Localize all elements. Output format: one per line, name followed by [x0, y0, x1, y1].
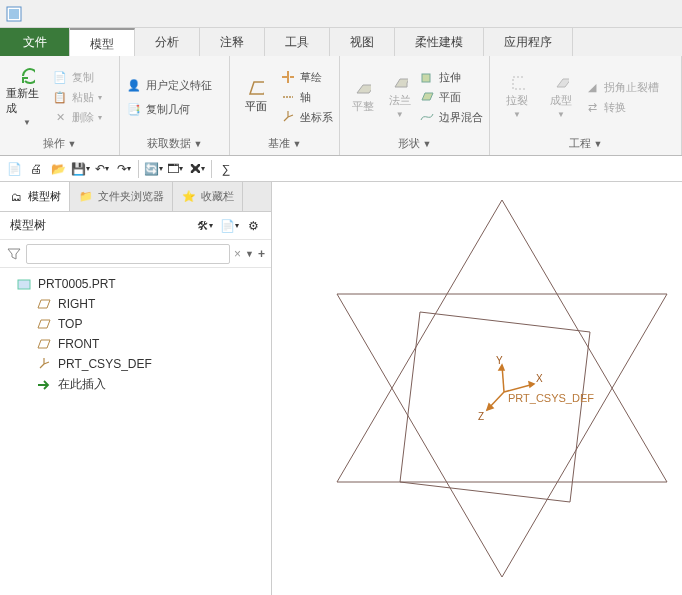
folder-icon: 📁: [78, 189, 94, 205]
lalie-button[interactable]: 拉裂▼: [496, 60, 538, 134]
tab-annotate[interactable]: 注释: [200, 28, 265, 56]
viewport-svg: X Y Z: [272, 182, 682, 595]
axis-button[interactable]: 轴: [280, 89, 333, 105]
copy-geom-button[interactable]: 📑复制几何: [126, 101, 212, 117]
star-icon: ⭐: [181, 189, 197, 205]
zhuanhuan-button[interactable]: ⇄转换: [584, 99, 659, 115]
csys-button[interactable]: 坐标系: [280, 109, 333, 125]
csys-tree-icon: [36, 356, 52, 372]
quick-access-toolbar: 📄 🖨 📂 💾▾ ↶▾ ↷▾ 🔄▾ 🗔▾ 🗙▾ ∑: [0, 156, 682, 182]
delete-button[interactable]: ✕删除▾: [52, 109, 102, 125]
tree-item[interactable]: TOP: [8, 314, 263, 334]
chengxing-icon: [553, 75, 569, 91]
plane2-icon: [419, 89, 435, 105]
convert-icon: ⇄: [584, 99, 600, 115]
tree-item[interactable]: RIGHT: [8, 294, 263, 314]
svg-rect-5: [18, 280, 30, 289]
pingzheng-icon: [355, 81, 371, 97]
paste-icon: 📋: [52, 89, 68, 105]
boundary-blend-button[interactable]: 边界混合: [419, 109, 483, 125]
chengxing-button[interactable]: 成型▼: [540, 60, 582, 134]
regenerate-button[interactable]: 重新生成 ▼: [6, 60, 48, 134]
save-icon[interactable]: 💾▾: [72, 161, 88, 177]
extrude-icon: [419, 69, 435, 85]
plane-button[interactable]: 平面: [236, 60, 276, 134]
tab-view[interactable]: 视图: [330, 28, 395, 56]
extrude-button[interactable]: 拉伸: [419, 69, 483, 85]
tree-icon: 🗂: [8, 189, 24, 205]
tab-app[interactable]: 应用程序: [484, 28, 573, 56]
tree-root[interactable]: PRT0005.PRT: [8, 274, 263, 294]
datum-plane-icon: [36, 296, 52, 312]
side-tab-browser[interactable]: 📁文件夹浏览器: [70, 182, 173, 211]
tools-icon[interactable]: 🛠▾: [197, 218, 213, 234]
delete-icon: ✕: [52, 109, 68, 125]
regen-icon[interactable]: 🔄▾: [145, 161, 161, 177]
niaojiao-button[interactable]: ◢拐角止裂槽: [584, 79, 659, 95]
falan-icon: [392, 75, 408, 91]
math-icon[interactable]: ∑: [218, 161, 234, 177]
sketch-button[interactable]: 草绘: [280, 69, 333, 85]
boundary-blend-icon: [419, 109, 435, 125]
viewport[interactable]: X Y Z PRT_CSYS_DEF: [272, 182, 682, 595]
arrow-right-icon: [36, 377, 52, 393]
close-icon[interactable]: 🗙▾: [189, 161, 205, 177]
corner-icon: ◢: [584, 79, 600, 95]
sketch-icon: [280, 69, 296, 85]
side-tab-tree[interactable]: 🗂模型树: [0, 182, 70, 211]
filter-row: × ▼ +: [0, 240, 271, 268]
filter-input[interactable]: [26, 244, 230, 264]
falan-button[interactable]: 法兰▼: [383, 60, 418, 134]
csys-icon: [280, 109, 296, 125]
open-icon[interactable]: 📂: [50, 161, 66, 177]
group-ops: 重新生成 ▼ 📄复制 📋粘贴▾ ✕删除▾ 操作 ▼: [0, 56, 120, 155]
model-tree: PRT0005.PRT RIGHT TOP FRONT PRT_CSYS_DEF…: [0, 268, 271, 595]
new-icon[interactable]: 📄: [6, 161, 22, 177]
svg-rect-1: [9, 9, 19, 19]
axis-y-label: Y: [496, 355, 503, 366]
redo-icon[interactable]: ↷▾: [116, 161, 132, 177]
side-head: 模型树 🛠▾ 📄▾ ⚙: [0, 212, 271, 240]
ribbon-content: 重新生成 ▼ 📄复制 📋粘贴▾ ✕删除▾ 操作 ▼ 👤用户定义特征 📑复制几何 …: [0, 56, 682, 156]
copy-button[interactable]: 📄复制: [52, 69, 102, 85]
tab-flex[interactable]: 柔性建模: [395, 28, 484, 56]
axis-icon: [280, 89, 296, 105]
user-feature-button[interactable]: 👤用户定义特征: [126, 77, 212, 93]
undo-icon[interactable]: ↶▾: [94, 161, 110, 177]
tree-item[interactable]: FRONT: [8, 334, 263, 354]
plane2-button[interactable]: 平面: [419, 89, 483, 105]
paste-button[interactable]: 📋粘贴▾: [52, 89, 102, 105]
lalie-icon: [509, 75, 525, 91]
group-eng: 拉裂▼ 成型▼ ◢拐角止裂槽 ⇄转换 工程 ▼: [490, 56, 682, 155]
tree-item-insert[interactable]: 在此插入: [8, 374, 263, 395]
tree-item[interactable]: PRT_CSYS_DEF: [8, 354, 263, 374]
axis-x-label: X: [536, 373, 543, 384]
print-icon[interactable]: 🖨: [28, 161, 44, 177]
tab-analysis[interactable]: 分析: [135, 28, 200, 56]
filter-add-icon[interactable]: +: [258, 247, 265, 261]
tab-tools[interactable]: 工具: [265, 28, 330, 56]
tab-model[interactable]: 模型: [70, 28, 135, 56]
datum-plane-icon: [36, 316, 52, 332]
group-datum: 平面 草绘 轴 坐标系 基准 ▼: [230, 56, 340, 155]
plane-icon: [248, 81, 264, 97]
part-icon: [16, 276, 32, 292]
filter-clear-icon[interactable]: ×: [234, 247, 241, 261]
app-icon: [6, 6, 22, 22]
filter-dropdown-icon[interactable]: ▼: [245, 249, 254, 259]
side-tab-fav[interactable]: ⭐收藏栏: [173, 182, 243, 211]
svg-rect-4: [513, 77, 525, 89]
windows-icon[interactable]: 🗔▾: [167, 161, 183, 177]
tab-file[interactable]: 文件: [0, 28, 70, 56]
person-icon: 👤: [126, 77, 142, 93]
show-icon[interactable]: 📄▾: [221, 218, 237, 234]
main-area: 🗂模型树 📁文件夹浏览器 ⭐收藏栏 模型树 🛠▾ 📄▾ ⚙ × ▼ + PRT0…: [0, 182, 682, 595]
side-title: 模型树: [10, 217, 46, 234]
title-bar: [0, 0, 682, 28]
copy-geom-icon: 📑: [126, 101, 142, 117]
ribbon-tabs: 文件 模型 分析 注释 工具 视图 柔性建模 应用程序: [0, 28, 682, 56]
pingzheng-button[interactable]: 平整: [346, 60, 381, 134]
filter-icon[interactable]: [6, 246, 22, 262]
axis-z-label: Z: [478, 411, 484, 422]
settings-icon[interactable]: ⚙: [245, 218, 261, 234]
